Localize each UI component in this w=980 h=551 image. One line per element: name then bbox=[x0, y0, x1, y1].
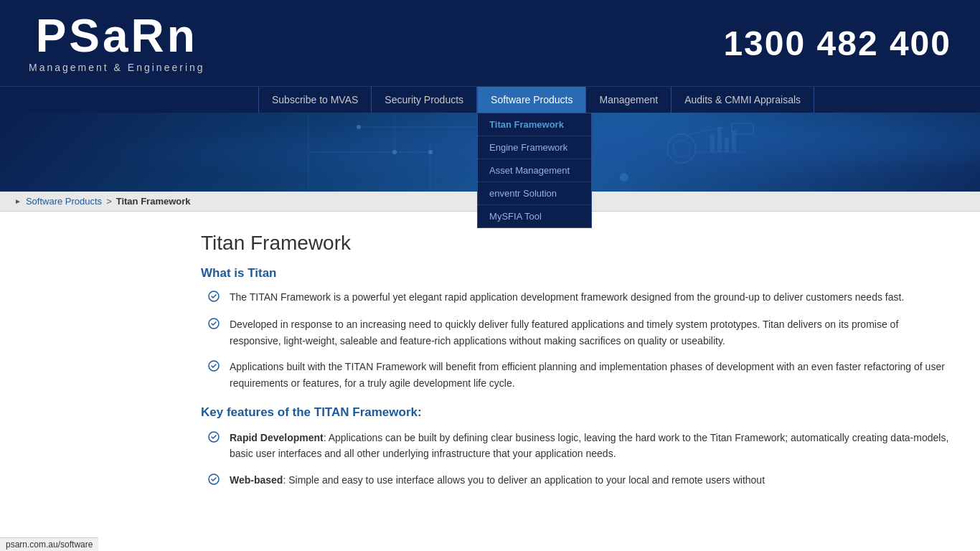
svg-rect-16 bbox=[725, 138, 729, 152]
feature-item-2: Web-based: Simple and easy to use interf… bbox=[208, 472, 951, 489]
page-title: Titan Framework bbox=[201, 232, 951, 255]
bullet-icon-1 bbox=[208, 291, 222, 306]
feature-2-label: Web-based bbox=[230, 474, 283, 486]
features-bullet-list: Rapid Development: Applications can be b… bbox=[208, 430, 951, 489]
bullet-item-3: Applications built with the TITAN Framew… bbox=[208, 359, 951, 391]
breadcrumb-current: Titan Framework bbox=[116, 196, 191, 207]
svg-point-7 bbox=[428, 150, 433, 154]
phone-number: 1300 482 400 bbox=[723, 24, 951, 63]
nav-bar: Subscribe to MVAS Security Products Soft… bbox=[0, 86, 980, 113]
bullet-icon-2 bbox=[208, 318, 222, 334]
feature-text-2: Web-based: Simple and easy to use interf… bbox=[230, 472, 765, 488]
what-is-titan-title: What is Titan bbox=[201, 266, 951, 281]
svg-point-5 bbox=[357, 125, 361, 129]
svg-rect-14 bbox=[710, 134, 715, 152]
logo-area: PSaRn Management & Engineering bbox=[29, 13, 205, 73]
svg-rect-15 bbox=[717, 127, 722, 152]
svg-point-9 bbox=[673, 140, 690, 157]
logo: PSaRn bbox=[36, 13, 198, 59]
feature-icon-1 bbox=[208, 431, 222, 447]
software-dropdown-menu: Titan Framework Engine Framework Asset M… bbox=[477, 113, 592, 228]
breadcrumb-separator: > bbox=[106, 196, 112, 207]
feature-text-1: Rapid Development: Applications can be b… bbox=[230, 430, 951, 462]
feature-2-body: : Simple and easy to use interface allow… bbox=[283, 474, 765, 486]
dropdown-titan[interactable]: Titan Framework bbox=[478, 113, 591, 136]
feature-item-1: Rapid Development: Applications can be b… bbox=[208, 430, 951, 462]
breadcrumb-arrow-icon: ► bbox=[14, 197, 22, 205]
svg-point-6 bbox=[392, 150, 397, 154]
bullet-item-2: Developed in response to an increasing n… bbox=[208, 316, 951, 349]
header: PSaRn Management & Engineering 1300 482 … bbox=[0, 0, 980, 86]
breadcrumb-parent-link[interactable]: Software Products bbox=[26, 196, 102, 207]
nav-subscribe[interactable]: Subscribe to MVAS bbox=[258, 87, 372, 113]
main-content: Titan Framework What is Titan The TITAN … bbox=[0, 212, 980, 514]
feature-1-label: Rapid Development bbox=[230, 432, 324, 443]
bullet-icon-3 bbox=[208, 360, 222, 376]
feature-1-body: : Applications can be built by defining … bbox=[230, 432, 948, 459]
svg-point-13 bbox=[620, 173, 628, 182]
dropdown-mysfia[interactable]: MySFIA Tool bbox=[478, 205, 591, 227]
svg-rect-17 bbox=[732, 131, 736, 152]
key-features-title: Key features of the TITAN Framework: bbox=[201, 405, 951, 420]
dropdown-asset[interactable]: Asset Management bbox=[478, 159, 591, 182]
bullet-item-1: The TITAN Framework is a powerful yet el… bbox=[208, 289, 951, 306]
bullet-text-1: The TITAN Framework is a powerful yet el… bbox=[230, 289, 904, 305]
svg-point-8 bbox=[667, 134, 696, 163]
bullet-text-2: Developed in response to an increasing n… bbox=[230, 316, 951, 349]
nav-software-dropdown[interactable]: Software Products Titan Framework Engine… bbox=[477, 87, 586, 113]
dropdown-eventr[interactable]: enventr Solution bbox=[478, 182, 591, 205]
bullet-text-3: Applications built with the TITAN Framew… bbox=[230, 359, 951, 391]
feature-icon-2 bbox=[208, 474, 222, 489]
nav-management[interactable]: Management bbox=[586, 87, 672, 113]
intro-bullet-list: The TITAN Framework is a powerful yet el… bbox=[208, 289, 951, 391]
nav-security[interactable]: Security Products bbox=[372, 87, 477, 113]
logo-subtitle: Management & Engineering bbox=[29, 62, 205, 73]
nav-audits[interactable]: Audits & CMMI Appraisals bbox=[672, 87, 814, 113]
nav-software[interactable]: Software Products bbox=[477, 87, 586, 113]
dropdown-engine[interactable]: Engine Framework bbox=[478, 136, 591, 159]
